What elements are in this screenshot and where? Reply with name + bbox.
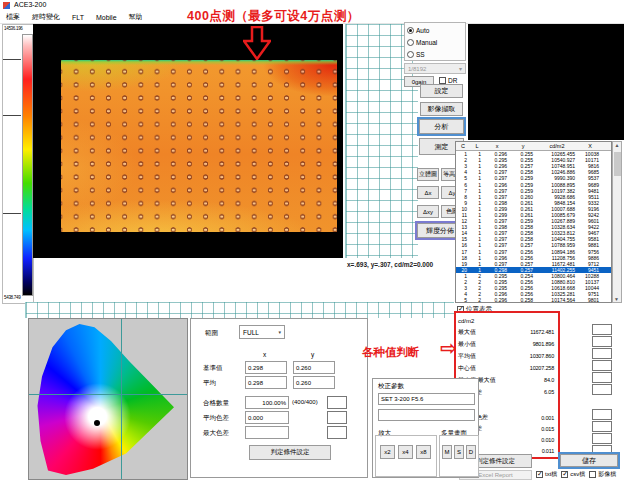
annotation-right-arrow: ⇨ xyxy=(440,336,457,360)
colorbar-panel: 14536.196 5438.749 xyxy=(2,24,34,304)
luminance-heatmap[interactable] xyxy=(61,60,337,232)
scrollbar-thumb[interactable] xyxy=(614,152,621,176)
dr-checkbox[interactable]: DR xyxy=(439,77,457,84)
save-button[interactable]: 儲存 xyxy=(560,454,618,467)
measurement-table[interactable]: CLxycd/m2X 1 1 0.296 0.255 10265.455 100… xyxy=(455,141,612,303)
menu-item[interactable]: 幫助 xyxy=(123,12,149,22)
judgment-boxes-luminance xyxy=(592,324,612,396)
exposure-mode-radio[interactable]: SS xyxy=(407,48,463,60)
menu-item[interactable]: 經時變化 xyxy=(26,12,66,22)
annotation-points-text: 400点测（最多可设4万点测） xyxy=(187,8,360,25)
radio-icon xyxy=(407,27,414,34)
measurement-points-grid xyxy=(61,60,337,232)
column-header: L xyxy=(470,143,484,149)
radio-icon xyxy=(407,39,414,46)
checkbox-icon xyxy=(457,306,464,313)
colorbar-tick xyxy=(3,115,21,116)
checkbox-icon xyxy=(536,471,543,478)
judgment-box xyxy=(327,426,347,439)
multi-button[interactable]: M xyxy=(442,445,452,459)
table-row[interactable]: 5 2 0.296 0.258 10174.564 9801 xyxy=(456,297,611,303)
judgment-box xyxy=(592,360,612,371)
reference-label: 基準值 xyxy=(203,364,223,373)
menu-item[interactable]: FLT xyxy=(66,14,90,21)
reference-y-field[interactable]: 0.260 xyxy=(293,361,335,374)
exposure-mode-radio[interactable]: Manual xyxy=(407,36,463,48)
stat-row: 最大值 11672.481 xyxy=(458,326,554,338)
delta-x-button[interactable]: Δx xyxy=(417,186,439,199)
exposure-mode-radio[interactable]: Auto xyxy=(407,24,463,36)
colorbar-tick xyxy=(3,213,21,214)
stat-row: 最小值 9801.896 xyxy=(458,338,554,350)
calibration-extra-field[interactable] xyxy=(378,409,475,421)
zoom-button[interactable]: x2 xyxy=(380,445,395,459)
scroll-down-icon[interactable]: ▼ xyxy=(614,296,619,302)
colorbar-min-label: 5438.749 xyxy=(4,295,20,300)
judgment-box xyxy=(327,396,347,409)
position-display-checkbox[interactable]: 位置表示 xyxy=(457,305,492,314)
zoom-buttons: x2x4x8 xyxy=(380,445,431,459)
zoom-button[interactable]: x8 xyxy=(416,445,431,459)
col-x-label: x xyxy=(263,351,266,358)
export-format-checkbox[interactable]: csv檔 xyxy=(561,470,585,479)
radio-icon xyxy=(407,51,414,58)
export-format-checkbox[interactable]: txt檔 xyxy=(536,470,557,479)
graph-paper-bottom xyxy=(25,302,454,318)
range-select[interactable]: FULL ▾ xyxy=(239,325,285,339)
judgment-box xyxy=(592,433,612,444)
cursor-status-line: x=.693, y=.307, cd/m2=0.000 xyxy=(347,261,433,268)
judgment-condition-button[interactable]: 判定條件設定 xyxy=(249,445,331,460)
judgment-boxes-chroma xyxy=(592,409,612,457)
max-colordiff-field[interactable] xyxy=(245,426,289,439)
colorbar-gradient xyxy=(22,34,33,296)
judgment-box xyxy=(592,409,612,420)
view3d-button[interactable]: 立體圖 xyxy=(417,168,439,181)
multi-button[interactable]: S xyxy=(454,445,464,459)
luminance-section-header: cd/m2 xyxy=(458,315,554,326)
menu-item[interactable]: 檔案 xyxy=(0,12,26,22)
column-header: X xyxy=(578,143,602,149)
average-y-field[interactable]: 0.260 xyxy=(293,376,335,389)
zoom-button[interactable]: x4 xyxy=(398,445,413,459)
settings-button[interactable]: 設定 xyxy=(420,84,463,98)
menu-item[interactable]: Mobile xyxy=(90,14,123,21)
annotation-down-arrow xyxy=(243,26,271,60)
pass-count-field: 100.00% xyxy=(245,396,289,409)
column-header: x xyxy=(484,143,510,149)
checkbox-icon xyxy=(439,77,446,84)
stat-row: 平均值 10307.860 xyxy=(458,350,554,362)
exposure-mode-group: Auto Manual SS xyxy=(404,22,466,61)
reference-x-field[interactable]: 0.298 xyxy=(245,361,287,374)
judgment-box xyxy=(592,384,612,395)
chevron-down-icon: ▾ xyxy=(278,329,281,335)
range-label: 範圍 xyxy=(205,329,218,338)
multi-button[interactable]: D xyxy=(466,445,476,459)
multi-buttons: MSD xyxy=(442,445,476,459)
max-colordiff-label: 最大色差 xyxy=(203,429,229,438)
delta-xy-button[interactable]: Δxy xyxy=(417,205,439,218)
table-scrollbar[interactable]: ▲ ▼ xyxy=(612,141,622,303)
avg-colordiff-label: 平均色差 xyxy=(203,414,229,423)
calibration-set-field[interactable]: SET 3-200 F5.6 xyxy=(378,393,475,405)
capture-button[interactable]: 影像擷取 xyxy=(420,102,463,116)
shutter-select[interactable]: 1/8192 ▾ xyxy=(404,63,466,74)
app-window: ACE3-200 檔案經時變化FLTMobile幫助 14536.196 543… xyxy=(0,0,624,480)
export-format-checkbox[interactable]: 影像檔 xyxy=(589,470,616,479)
camera-preview xyxy=(468,24,624,140)
judgment-box xyxy=(592,372,612,383)
analyze-button[interactable]: 分析 xyxy=(419,119,464,134)
cie-chromaticity-panel[interactable] xyxy=(28,318,188,480)
chevron-down-icon: ▾ xyxy=(459,65,462,72)
calibration-title: 校正參數 xyxy=(378,382,404,391)
scroll-up-icon[interactable]: ▲ xyxy=(613,142,621,148)
avg-colordiff-field[interactable]: 0.000 xyxy=(245,411,289,424)
annotation-judgment-text: 各种值判断 xyxy=(362,345,420,360)
checkbox-icon xyxy=(561,471,568,478)
judgment-box xyxy=(592,336,612,347)
app-icon xyxy=(3,2,10,9)
column-header: y xyxy=(510,143,536,149)
average-x-field[interactable]: 0.298 xyxy=(245,376,287,389)
measurement-view[interactable] xyxy=(33,24,343,258)
judgment-box xyxy=(592,348,612,359)
col-y-label: y xyxy=(311,351,314,358)
